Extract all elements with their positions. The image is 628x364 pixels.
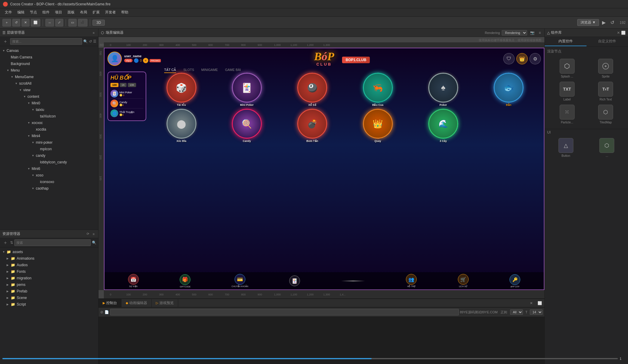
hierarchy-item-taixiu[interactable]: ▼taixiu: [0, 106, 98, 113]
bottom-icon-giftcode[interactable]: 🎁 GIFTCODE: [180, 274, 190, 288]
menu-layout[interactable]: 布局: [78, 9, 90, 16]
asset-item-pems[interactable]: ▶📁pems: [0, 281, 98, 288]
hierarchy-item-background[interactable]: Background: [0, 61, 98, 67]
hierarchy-item-menu[interactable]: ▼Menu: [0, 67, 98, 74]
hierarchy-add-button[interactable]: ＋: [2, 38, 9, 45]
hierarchy-item-caothap[interactable]: ▼caothap: [0, 185, 98, 192]
comp-splash[interactable]: ⬡ Splash ...: [550, 59, 585, 78]
comp-richtext[interactable]: TxT Rich Text: [588, 82, 624, 101]
comp-ui-a[interactable]: △ Button: [547, 138, 585, 157]
hierarchy-refresh-button[interactable]: ↺: [89, 39, 92, 44]
console-close-button[interactable]: ✕: [527, 299, 535, 307]
hierarchy-item-mini4[interactable]: ▼Mini4: [0, 133, 98, 139]
hierarchy-item-mini0[interactable]: ▼Mini0: [0, 100, 98, 106]
hierarchy-item-main-camera[interactable]: Main Camera: [0, 54, 98, 61]
menu-project[interactable]: 项目: [53, 9, 64, 16]
menu-node[interactable]: 节点: [27, 9, 39, 16]
scale-button[interactable]: ⤢: [55, 19, 63, 27]
game-canvas[interactable]: 👤 user_name Vip2 🔵 0 ＋ PROMO BóP: [104, 48, 544, 290]
game-icon-quay[interactable]: 👑 Quay: [346, 109, 409, 142]
popup-tab-10k[interactable]: 10K: [128, 83, 136, 87]
console-clear-button[interactable]: ⊘: [100, 310, 103, 314]
game-icon-candy[interactable]: 🍭 Candy: [215, 109, 278, 142]
menu-edit[interactable]: 编辑: [15, 9, 27, 16]
insp-tab-builtin[interactable]: 内置控件: [545, 37, 587, 46]
asset-item-migration[interactable]: ▶📁migration: [0, 275, 98, 281]
bottom-icon-sukien[interactable]: 📅 SỰ KIỆN: [128, 274, 139, 288]
game-icon-xocdia[interactable]: ⬤ Xóc Đĩa: [150, 109, 213, 142]
game-icon-bomtan[interactable]: 💣 Bom Tấn: [281, 109, 344, 142]
insp-tab-custom[interactable]: 自定义控件: [587, 37, 628, 46]
asset-item-prefab[interactable]: ▶📁Prefab: [0, 288, 98, 295]
asset-item-fonts[interactable]: ▶📁Fonts: [0, 268, 98, 275]
asset-menu-button[interactable]: ≡: [92, 232, 96, 236]
node-rect-button[interactable]: ⬛: [78, 19, 87, 27]
hierarchy-item-xoso[interactable]: ▼xoso: [0, 172, 98, 179]
hierarchy-item-iconsoxo[interactable]: iconsoxo: [0, 179, 98, 185]
3d-toggle-button[interactable]: 3D: [93, 20, 105, 26]
stop-button[interactable]: ↺: [609, 19, 616, 26]
add-node-button[interactable]: ＋: [2, 19, 11, 27]
play-button[interactable]: ▶: [600, 19, 607, 26]
scene-camera-button[interactable]: 📷: [529, 30, 536, 35]
menu-help[interactable]: 帮助: [119, 9, 131, 16]
console-file-button[interactable]: 📄: [104, 310, 109, 314]
move-button[interactable]: ↔: [45, 19, 54, 27]
asset-sync-button[interactable]: ⟳: [85, 232, 90, 236]
bottom-icon-otp[interactable]: 🔑 APP OTP: [510, 274, 520, 288]
comp-tiledmap[interactable]: ⬡ TiledMap: [588, 105, 624, 124]
hierarchy-search-button[interactable]: 🔍: [83, 39, 88, 44]
refresh-button[interactable]: ↺: [12, 19, 20, 27]
console-filter-select[interactable]: All: [510, 309, 523, 315]
game-icon-taixiu[interactable]: 🎲 Tài Xỉu: [150, 73, 213, 106]
add-coins-button[interactable]: ＋: [143, 58, 148, 63]
vip-button[interactable]: 👑: [516, 53, 528, 64]
comp-label[interactable]: TXT Label: [550, 82, 585, 101]
browser-button[interactable]: 浏览器 ▼: [577, 19, 599, 26]
hierarchy-item-view[interactable]: ▼view: [0, 87, 98, 93]
asset-item-scene[interactable]: ▶📁Scene: [0, 295, 98, 301]
menu-dev[interactable]: 开发者: [103, 9, 118, 16]
comp-sprite[interactable]: Sprite: [588, 59, 624, 78]
hierarchy-item-scrollall[interactable]: ▼scrollAll: [0, 80, 98, 87]
popup-tab-1k[interactable]: 1K: [120, 83, 127, 87]
asset-search-input[interactable]: [14, 239, 91, 246]
bottom-icon-transfer[interactable]: 💳 CHUYỂN KHOẢN: [232, 274, 248, 288]
asset-sort-button[interactable]: ⇅: [10, 241, 13, 245]
console-search-input[interactable]: [110, 309, 459, 315]
bao-mat-button[interactable]: 🛡: [503, 53, 515, 64]
game-icon-3cay[interactable]: 🌊 3 Cây: [412, 109, 475, 142]
hierarchy-collapse-icon[interactable]: ☰: [2, 31, 6, 35]
console-tab-console[interactable]: ▶ 控制台: [98, 299, 121, 307]
popup-tab-100[interactable]: 100: [110, 83, 118, 87]
hierarchy-item-lobbyicon_candy[interactable]: lobbyIcon_candy: [0, 159, 98, 165]
rect-select-button[interactable]: ⬜: [31, 19, 40, 27]
settings-button[interactable]: ⚙: [530, 53, 541, 64]
asset-item-audios[interactable]: ▶📁Audios: [0, 262, 98, 268]
asset-search-button[interactable]: 🔍: [92, 241, 96, 245]
menu-extend[interactable]: 扩展: [90, 9, 102, 16]
menu-component[interactable]: 组件: [40, 9, 52, 16]
bottom-icon-history[interactable]: 🛒 LỊCH SỬ: [458, 274, 469, 288]
hierarchy-item-mpicon[interactable]: mpIcon: [0, 146, 98, 152]
hierarchy-item-taixiuicon[interactable]: taiXiuIcon: [0, 113, 98, 120]
hierarchy-item-menugame[interactable]: ▼MenuGame: [0, 74, 98, 80]
hierarchy-item-candy[interactable]: ▼candy: [0, 152, 98, 159]
hierarchy-item-content[interactable]: ▼content: [0, 93, 98, 100]
hierarchy-item-xocxoc[interactable]: ▼xocxoc: [0, 120, 98, 126]
hierarchy-item-canvas[interactable]: ▼Canvas: [0, 47, 98, 54]
console-tab-game-preview[interactable]: ▷ 游戏预览: [152, 299, 178, 307]
asset-add-button[interactable]: ＋: [2, 240, 9, 246]
comp-ui-b[interactable]: ⬡ ...: [588, 138, 626, 157]
hierarchy-item-xocdia[interactable]: xocdia: [0, 126, 98, 133]
game-icon-ban[interactable]: 🐟 Bắn: [477, 73, 540, 106]
game-icon-baucua[interactable]: 🦐 Bầu Cua: [346, 73, 409, 106]
game-icon-poker[interactable]: ♠ Poker: [412, 73, 475, 106]
menu-panel[interactable]: 面板: [65, 9, 77, 16]
rect-button[interactable]: ▭: [68, 19, 77, 27]
scene-menu-button[interactable]: ≡: [538, 30, 542, 35]
console-tab-animation[interactable]: ◆ 动画编辑器: [121, 299, 152, 307]
menu-file[interactable]: 文件: [2, 9, 14, 16]
zoom-slider[interactable]: [2, 358, 618, 359]
asset-item-animations[interactable]: ▶📁Animations: [0, 255, 98, 262]
